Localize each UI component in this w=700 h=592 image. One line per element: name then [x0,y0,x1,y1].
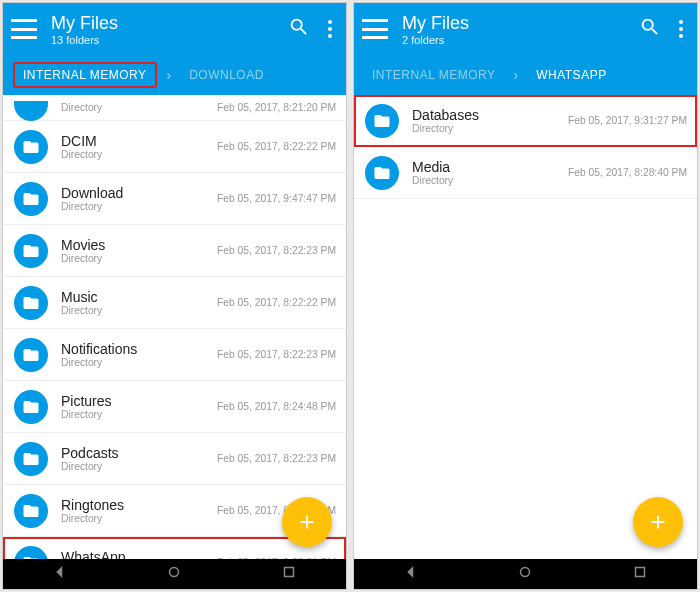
item-subtitle: Directory [61,201,217,212]
item-subtitle: Directory [61,149,217,160]
app-title: My Files [402,13,639,34]
svg-rect-1 [284,568,293,577]
appbar: My Files 13 folders [3,3,346,55]
item-name: Music [61,289,217,305]
svg-point-0 [170,568,179,577]
item-name: Pictures [61,393,217,409]
right-screen: My Files 2 folders INTERNAL MEMORY › WHA… [353,2,698,590]
list-item[interactable]: MusicDirectoryFeb 05, 2017, 8:22:22 PM [3,277,346,329]
list-item[interactable]: DCIMDirectoryFeb 05, 2017, 8:22:22 PM [3,121,346,173]
list-item[interactable]: DownloadDirectoryFeb 05, 2017, 9:47:47 P… [3,173,346,225]
search-icon[interactable] [288,16,310,42]
home-icon[interactable] [165,563,183,585]
fab-add-button[interactable] [282,497,332,547]
appbar-title-wrap: My Files 2 folders [402,13,639,46]
search-icon[interactable] [639,16,661,42]
item-date: Feb 05, 2017, 8:28:40 PM [568,167,687,178]
file-list[interactable]: Directory Feb 05, 2017, 8:21:20 PM DCIMD… [3,95,346,559]
breadcrumb: INTERNAL MEMORY › DOWNLOAD [3,55,346,95]
back-icon[interactable] [402,563,420,585]
svg-point-2 [521,568,530,577]
item-subtitle: Directory [61,461,217,472]
folder-icon [9,442,53,476]
svg-rect-3 [635,568,644,577]
list-item[interactable]: MediaDirectoryFeb 05, 2017, 8:28:40 PM [354,147,697,199]
list-item[interactable]: NotificationsDirectoryFeb 05, 2017, 8:22… [3,329,346,381]
more-icon[interactable] [679,20,683,38]
crumb-internal-memory[interactable]: INTERNAL MEMORY [364,64,504,86]
appbar-title-wrap: My Files 13 folders [51,13,288,46]
item-date: Feb 05, 2017, 8:22:22 PM [217,141,336,152]
back-icon[interactable] [51,563,69,585]
item-name: Download [61,185,217,201]
folder-icon [9,494,53,528]
item-date: Feb 05, 2017, 8:24:48 PM [217,401,336,412]
list-item[interactable]: PodcastsDirectoryFeb 05, 2017, 8:22:23 P… [3,433,346,485]
folder-icon [9,130,53,164]
folder-icon [9,286,53,320]
app-subtitle: 2 folders [402,34,639,46]
item-subtitle: Directory [61,253,217,264]
item-date: Feb 05, 2017, 8:22:22 PM [217,297,336,308]
item-date: Feb 05, 2017, 8:22:23 PM [217,453,336,464]
list-item[interactable]: Directory Feb 05, 2017, 8:21:20 PM [3,95,346,121]
item-date: Feb 05, 2017, 9:00:21 PM [217,557,336,559]
list-item[interactable]: PicturesDirectoryFeb 05, 2017, 8:24:48 P… [3,381,346,433]
item-subtitle: Directory [61,305,217,316]
app-title: My Files [51,13,288,34]
breadcrumb: INTERNAL MEMORY › WHATSAPP [354,55,697,95]
crumb-internal-memory[interactable]: INTERNAL MEMORY [13,62,157,88]
home-icon[interactable] [516,563,534,585]
item-date: Feb 05, 2017, 8:22:23 PM [217,349,336,360]
item-name: WhatsApp [61,549,217,559]
crumb-whatsapp[interactable]: WHATSAPP [528,64,614,86]
item-date: Feb 05, 2017, 8:21:20 PM [217,102,336,113]
item-date: Feb 05, 2017, 9:47:47 PM [217,193,336,204]
crumb-download[interactable]: DOWNLOAD [181,64,272,86]
file-list[interactable]: DatabasesDirectoryFeb 05, 2017, 9:31:27 … [354,95,697,559]
item-subtitle: Directory [61,513,217,524]
item-subtitle: Directory [61,357,217,368]
folder-icon [9,182,53,216]
android-navbar [3,559,346,589]
item-date: Feb 05, 2017, 8:22:23 PM [217,245,336,256]
item-name: Movies [61,237,217,253]
folder-icon [14,101,48,121]
item-name: DCIM [61,133,217,149]
chevron-right-icon: › [167,67,172,83]
menu-icon[interactable] [362,19,388,39]
list-item[interactable]: DatabasesDirectoryFeb 05, 2017, 9:31:27 … [354,95,697,147]
folder-icon [360,156,404,190]
folder-icon [360,104,404,138]
item-subtitle: Directory [61,102,217,113]
item-subtitle: Directory [412,175,568,186]
item-name: Media [412,159,568,175]
item-date: Feb 05, 2017, 9:31:27 PM [568,115,687,126]
folder-icon [9,338,53,372]
chevron-right-icon: › [514,67,519,83]
item-subtitle: Directory [412,123,568,134]
item-name: Podcasts [61,445,217,461]
android-navbar [354,559,697,589]
item-name: Databases [412,107,568,123]
item-name: Notifications [61,341,217,357]
folder-icon [9,234,53,268]
fab-add-button[interactable] [633,497,683,547]
recents-icon[interactable] [631,563,649,585]
menu-icon[interactable] [11,19,37,39]
folder-icon [9,390,53,424]
item-name: Ringtones [61,497,217,513]
left-screen: My Files 13 folders INTERNAL MEMORY › DO… [2,2,347,590]
item-subtitle: Directory [61,409,217,420]
more-icon[interactable] [328,20,332,38]
list-item[interactable]: MoviesDirectoryFeb 05, 2017, 8:22:23 PM [3,225,346,277]
folder-icon [9,546,53,560]
app-subtitle: 13 folders [51,34,288,46]
recents-icon[interactable] [280,563,298,585]
appbar: My Files 2 folders [354,3,697,55]
